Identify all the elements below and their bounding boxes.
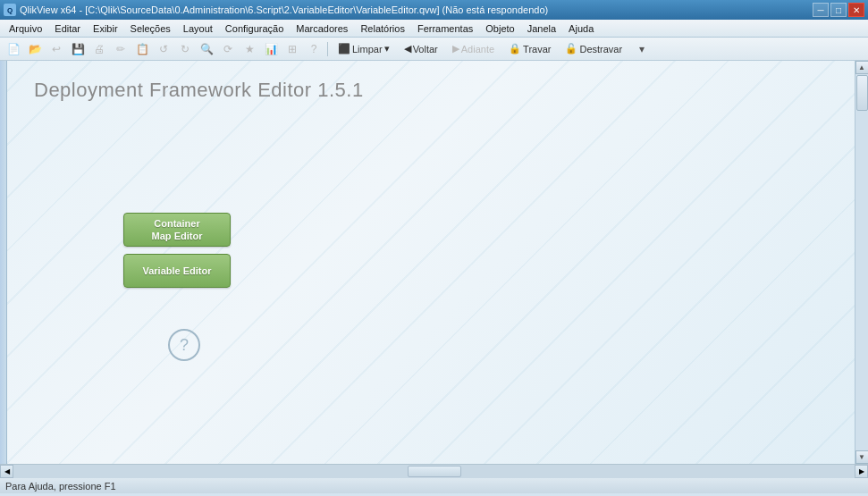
menu-janela[interactable]: Janela bbox=[522, 22, 561, 35]
restore-button[interactable]: □ bbox=[830, 3, 847, 17]
minimize-button[interactable]: ─ bbox=[813, 3, 829, 17]
toolbar-copy-btn[interactable]: 📋 bbox=[132, 40, 152, 58]
toolbar-more-btn[interactable]: ▾ bbox=[632, 40, 652, 58]
menu-layout[interactable]: Layout bbox=[178, 22, 218, 35]
variable-editor-button[interactable]: Variable Editor bbox=[123, 254, 231, 288]
h-scroll-thumb[interactable] bbox=[408, 466, 461, 477]
help-circle-icon[interactable]: ? bbox=[168, 329, 200, 361]
title-bar: Q QlikView x64 - [C:\Qlik\SourceData\0.A… bbox=[0, 0, 868, 20]
eraser-icon: ⬛ bbox=[338, 43, 350, 55]
lock-icon: 🔒 bbox=[509, 43, 521, 55]
buttons-container: Container Map Editor Variable Editor bbox=[123, 213, 231, 288]
menu-ferramentas[interactable]: Ferramentas bbox=[412, 22, 478, 35]
toolbar-undo-btn[interactable]: ↩ bbox=[46, 40, 66, 58]
toolbar-travar-btn[interactable]: 🔒 Travar bbox=[502, 40, 557, 58]
toolbar-save-btn[interactable]: 💾 bbox=[68, 40, 88, 58]
content-area: Deployment Framework Editor 1.5.1 Contai… bbox=[7, 61, 855, 464]
window-title: QlikView x64 - [C:\Qlik\SourceData\0.Adm… bbox=[20, 4, 548, 15]
left-sidebar bbox=[0, 61, 7, 464]
back-icon: ◀ bbox=[404, 43, 411, 55]
menu-relatorios[interactable]: Relatórios bbox=[355, 22, 410, 35]
toolbar-chart-btn[interactable]: 📊 bbox=[261, 40, 281, 58]
toolbar: 📄 📂 ↩ 💾 🖨 ✏ 📋 ↺ ↻ 🔍 ⟳ ★ 📊 ⊞ ? ⬛ Limpar ▾… bbox=[0, 38, 868, 61]
status-bar: Para Ajuda, pressione F1 bbox=[0, 477, 868, 493]
limpar-dropdown-icon: ▾ bbox=[384, 43, 390, 55]
horizontal-scrollbar[interactable]: ◀ ▶ bbox=[0, 464, 868, 477]
toolbar-voltar-btn[interactable]: ◀ Voltar bbox=[398, 40, 444, 58]
menu-objeto[interactable]: Objeto bbox=[480, 22, 519, 35]
status-text: Para Ajuda, pressione F1 bbox=[5, 481, 116, 492]
vertical-scrollbar[interactable]: ▲ ▼ bbox=[855, 61, 868, 464]
toolbar-reload-btn[interactable]: ⟳ bbox=[218, 40, 238, 58]
close-button[interactable]: ✕ bbox=[848, 3, 864, 17]
menu-editar[interactable]: Editar bbox=[49, 22, 86, 35]
unlock-icon: 🔓 bbox=[565, 43, 577, 55]
h-scroll-track[interactable] bbox=[13, 465, 855, 478]
toolbar-redo-btn[interactable]: ↻ bbox=[175, 40, 195, 58]
menu-ajuda[interactable]: Ajuda bbox=[563, 22, 599, 35]
toolbar-limpar-btn[interactable]: ⬛ Limpar ▾ bbox=[332, 40, 396, 58]
menu-arquivo[interactable]: Arquivo bbox=[4, 22, 47, 35]
toolbar-bookmark-btn[interactable]: ★ bbox=[240, 40, 259, 58]
main-area: Deployment Framework Editor 1.5.1 Contai… bbox=[0, 61, 868, 464]
menu-configuracao[interactable]: Configuração bbox=[220, 22, 289, 35]
page-title: Deployment Framework Editor 1.5.1 bbox=[34, 79, 364, 102]
scroll-up-arrow[interactable]: ▲ bbox=[855, 61, 869, 74]
toolbar-sep-1 bbox=[327, 42, 328, 56]
toolbar-open-btn[interactable]: 📂 bbox=[25, 40, 45, 58]
scroll-track[interactable] bbox=[855, 74, 869, 450]
forward-icon: ▶ bbox=[452, 43, 459, 55]
toolbar-help-btn[interactable]: ? bbox=[304, 40, 324, 58]
scroll-left-arrow[interactable]: ◀ bbox=[0, 465, 13, 478]
container-map-editor-button[interactable]: Container Map Editor bbox=[123, 213, 231, 247]
title-text: Q QlikView x64 - [C:\Qlik\SourceData\0.A… bbox=[4, 4, 548, 16]
toolbar-undo2-btn[interactable]: ↺ bbox=[154, 40, 173, 58]
toolbar-new-btn[interactable]: 📄 bbox=[4, 40, 23, 58]
toolbar-table-btn[interactable]: ⊞ bbox=[282, 40, 302, 58]
toolbar-print-btn[interactable]: 🖨 bbox=[89, 40, 109, 58]
app-logo: Q bbox=[4, 4, 16, 16]
title-controls: ─ □ ✕ bbox=[813, 3, 864, 17]
toolbar-destravar-btn[interactable]: 🔓 Destravar bbox=[559, 40, 628, 58]
toolbar-edit-btn[interactable]: ✏ bbox=[111, 40, 131, 58]
toolbar-find-btn[interactable]: 🔍 bbox=[197, 40, 216, 58]
menu-exibir[interactable]: Exibir bbox=[88, 22, 123, 35]
scroll-down-arrow[interactable]: ▼ bbox=[855, 450, 869, 464]
menu-selecoes[interactable]: Seleções bbox=[125, 22, 176, 35]
scroll-right-arrow[interactable]: ▶ bbox=[855, 465, 868, 478]
menu-marcadores[interactable]: Marcadores bbox=[291, 22, 353, 35]
toolbar-adiante-btn[interactable]: ▶ Adiante bbox=[446, 40, 501, 58]
scroll-thumb[interactable] bbox=[856, 75, 868, 111]
menu-bar: Arquivo Editar Exibir Seleções Layout Co… bbox=[0, 20, 868, 38]
